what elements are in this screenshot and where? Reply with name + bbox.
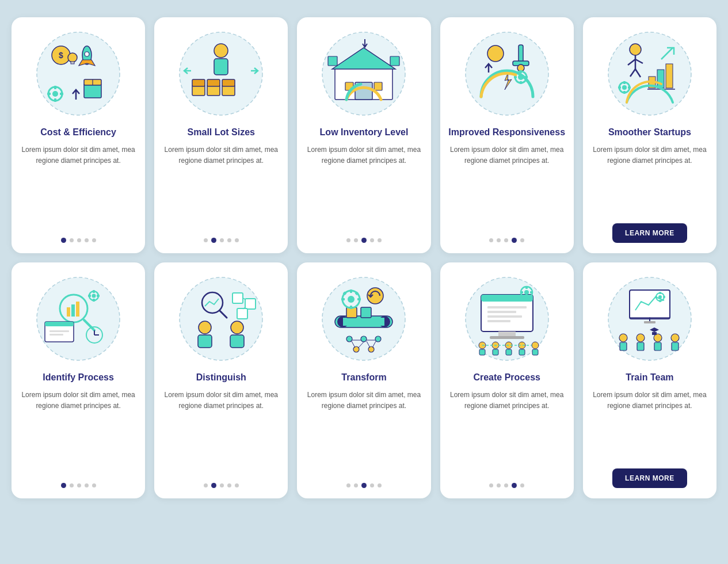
- dots-improved: [489, 238, 524, 243]
- card-small-lot-sizes-title: Small Lot Sizes: [188, 127, 255, 139]
- svg-point-39: [487, 45, 504, 62]
- svg-point-89: [199, 321, 211, 334]
- dot-1: [204, 483, 208, 487]
- svg-rect-169: [654, 342, 661, 350]
- svg-rect-37: [390, 56, 399, 66]
- learn-more-button-row2[interactable]: LEARN MORE: [612, 468, 687, 488]
- card-identify-process: Identify Process Lorem ipsum dolor sit d…: [12, 262, 145, 498]
- svg-point-137: [524, 290, 529, 295]
- dot-1: [489, 238, 493, 242]
- dot-2: [497, 238, 501, 242]
- dot-1: [346, 238, 350, 242]
- improved-responsiveness-icon: [461, 28, 553, 120]
- svg-point-120: [368, 346, 374, 352]
- svg-point-108: [348, 296, 355, 303]
- svg-point-16: [68, 53, 77, 62]
- svg-rect-161: [659, 300, 661, 302]
- dot-5: [520, 238, 524, 242]
- svg-point-117: [361, 336, 367, 342]
- svg-rect-145: [493, 349, 498, 355]
- card-cost-efficiency-title: Cost & Efficiency: [40, 127, 116, 139]
- svg-point-168: [654, 334, 662, 342]
- card-low-inventory-footer: [305, 225, 422, 243]
- card-identify-process-footer: [20, 470, 137, 488]
- svg-rect-40: [519, 45, 523, 62]
- card-create-process-title: Create Process: [473, 372, 540, 384]
- svg-rect-160: [659, 292, 661, 294]
- dot-3: [361, 483, 367, 488]
- svg-rect-135: [487, 320, 510, 322]
- dot-3: [220, 238, 224, 242]
- card-low-inventory: Low Inventory Level Lorem ipsum dolor si…: [297, 17, 430, 253]
- svg-rect-77: [49, 330, 69, 332]
- svg-point-19: [214, 44, 228, 58]
- svg-rect-10: [47, 93, 51, 95]
- dot-1: [346, 483, 350, 487]
- dot-2: [211, 483, 216, 488]
- dots-distinguish: [204, 483, 239, 488]
- svg-rect-130: [498, 331, 516, 336]
- card-low-inventory-text: Lorem ipsum dolor sit dim amet, mea regi…: [305, 144, 422, 225]
- card-train-team: Train Team Lorem ipsum dolor sit dim ame…: [583, 262, 716, 498]
- svg-rect-149: [519, 349, 525, 355]
- svg-rect-68: [628, 86, 631, 89]
- card-smoother-startups-title: Smoother Startups: [608, 127, 691, 139]
- identify-process-icon: [32, 273, 124, 365]
- dots-identify: [61, 483, 96, 488]
- distinguish-icon: [175, 273, 267, 365]
- dot-1: [61, 238, 66, 243]
- svg-rect-131: [490, 336, 524, 339]
- svg-rect-96: [245, 299, 256, 309]
- dots-cost-efficiency: [61, 238, 96, 243]
- svg-point-118: [375, 336, 381, 342]
- dot-3: [77, 483, 81, 487]
- dot-4: [85, 483, 89, 487]
- card-distinguish-title: Distinguish: [196, 372, 246, 384]
- svg-rect-167: [637, 342, 644, 350]
- card-small-lot-sizes: Small Lot Sizes Lorem ipsum dolor sit di…: [154, 17, 288, 253]
- svg-rect-78: [49, 334, 63, 336]
- svg-point-64: [622, 85, 627, 90]
- svg-rect-17: [71, 62, 74, 64]
- svg-rect-60: [666, 64, 673, 88]
- low-inventory-icon: [318, 28, 410, 120]
- svg-rect-46: [520, 81, 522, 84]
- svg-point-52: [630, 44, 641, 55]
- dot-2: [497, 483, 501, 487]
- svg-rect-65: [623, 81, 626, 84]
- svg-rect-47: [514, 76, 517, 78]
- svg-rect-165: [620, 342, 627, 350]
- card-create-process-text: Lorem ipsum dolor sit dim amet, mea regi…: [448, 390, 566, 470]
- svg-point-69: [37, 277, 120, 360]
- dot-3: [504, 483, 508, 487]
- svg-point-164: [619, 334, 627, 342]
- dot-5: [92, 238, 96, 242]
- card-small-lot-sizes-footer: [162, 225, 280, 243]
- learn-more-button-row1[interactable]: LEARN MORE: [612, 223, 687, 243]
- dot-4: [227, 483, 231, 487]
- svg-rect-139: [525, 296, 528, 299]
- svg-rect-9: [54, 98, 56, 102]
- svg-rect-85: [93, 299, 95, 302]
- svg-rect-92: [230, 335, 244, 348]
- card-train-team-title: Train Team: [626, 372, 673, 384]
- svg-rect-140: [520, 291, 523, 294]
- svg-rect-97: [237, 308, 247, 319]
- dot-3: [504, 238, 508, 242]
- card-transform: Transform Lorem ipsum dolor sit dim amet…: [297, 262, 430, 498]
- svg-rect-90: [198, 335, 212, 348]
- svg-point-170: [671, 334, 679, 342]
- svg-rect-67: [618, 86, 621, 89]
- svg-rect-151: [532, 349, 538, 355]
- dot-4: [370, 238, 374, 242]
- dot-4: [370, 483, 374, 487]
- card-identify-process-text: Lorem ipsum dolor sit dim amet, mea regi…: [20, 390, 137, 470]
- svg-point-91: [231, 321, 243, 334]
- cost-efficiency-icon: $: [32, 28, 124, 120]
- dot-5: [235, 483, 239, 487]
- svg-rect-74: [76, 302, 79, 317]
- dot-5: [92, 483, 96, 487]
- dot-5: [378, 238, 382, 242]
- card-create-process: Create Process Lorem ipsum dolor sit dim…: [440, 262, 574, 498]
- svg-point-166: [636, 334, 645, 342]
